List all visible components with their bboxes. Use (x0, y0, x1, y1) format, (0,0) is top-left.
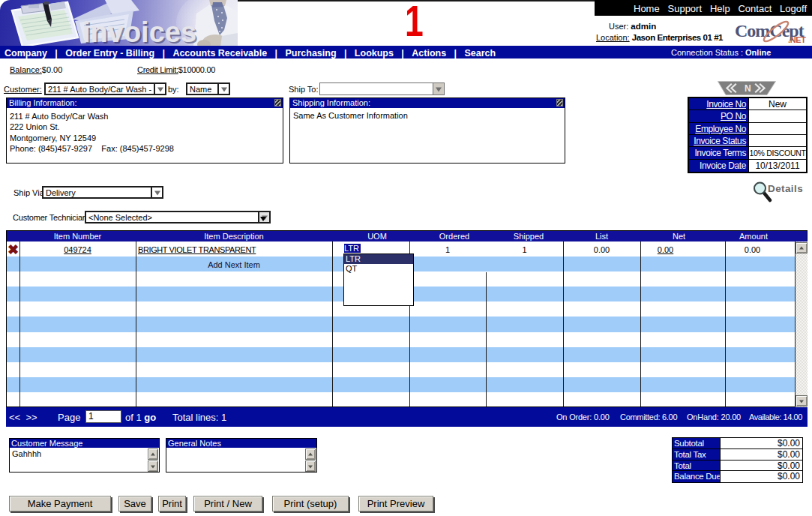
svg-text:N: N (745, 83, 751, 94)
svg-text:Details: Details (768, 183, 803, 194)
svg-text:invoices: invoices (82, 16, 196, 46)
svg-text:.NET: .NET (788, 35, 806, 44)
